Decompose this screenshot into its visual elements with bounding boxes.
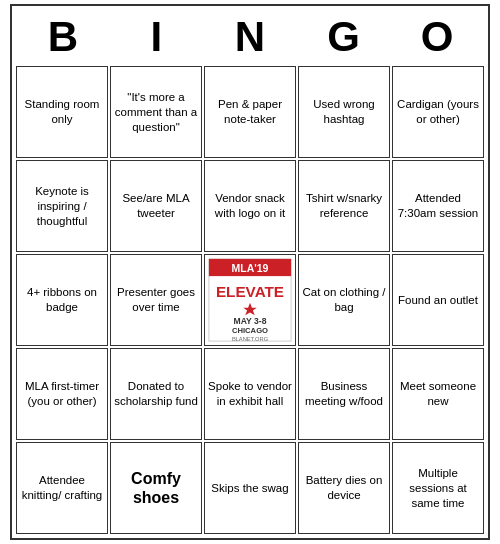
cell-text: Battery dies on device [302, 473, 386, 503]
free-space: MLA'19 ELEVATE MAY 3-8 CHICAGO BLANET.OR… [207, 257, 293, 343]
cell-text: Attended 7:30am session [396, 191, 480, 221]
cell-text: Standing room only [20, 97, 104, 127]
bingo-cell: "It's more a comment than a question" [110, 66, 202, 158]
cell-text: Cat on clothing / bag [302, 285, 386, 315]
cell-text: Comfy shoes [114, 469, 198, 507]
bingo-cell: Meet someone new [392, 348, 484, 440]
bingo-card: BINGO Standing room only"It's more a com… [10, 4, 490, 540]
cell-text: Donated to scholarship fund [114, 379, 198, 409]
header-letter: I [110, 10, 204, 64]
cell-text: Multiple sessions at same time [396, 466, 480, 511]
bingo-cell: Comfy shoes [110, 442, 202, 534]
bingo-cell: Business meeting w/food [298, 348, 390, 440]
cell-text: Pen & paper note-taker [208, 97, 292, 127]
svg-text:BLANET.ORG: BLANET.ORG [232, 336, 269, 342]
bingo-cell: MLA first-timer (you or other) [16, 348, 108, 440]
bingo-cell: Spoke to vendor in exhibit hall [204, 348, 296, 440]
cell-text: Used wrong hashtag [302, 97, 386, 127]
bingo-cell: Attendee knitting/ crafting [16, 442, 108, 534]
bingo-cell: MLA'19 ELEVATE MAY 3-8 CHICAGO BLANET.OR… [204, 254, 296, 346]
cell-text: Keynote is inspiring / thoughtful [20, 184, 104, 229]
cell-text: Cardigan (yours or other) [396, 97, 480, 127]
cell-text: "It's more a comment than a question" [114, 90, 198, 135]
cell-text: Business meeting w/food [302, 379, 386, 409]
cell-text: Meet someone new [396, 379, 480, 409]
bingo-cell: Attended 7:30am session [392, 160, 484, 252]
bingo-cell: Presenter goes over time [110, 254, 202, 346]
cell-text: 4+ ribbons on badge [20, 285, 104, 315]
bingo-cell: Found an outlet [392, 254, 484, 346]
bingo-cell: Cat on clothing / bag [298, 254, 390, 346]
cell-text: Spoke to vendor in exhibit hall [208, 379, 292, 409]
bingo-header: BINGO [16, 10, 484, 64]
bingo-grid: Standing room only"It's more a comment t… [16, 66, 484, 534]
svg-text:CHICAGO: CHICAGO [232, 327, 268, 336]
bingo-cell: Donated to scholarship fund [110, 348, 202, 440]
cell-text: Attendee knitting/ crafting [20, 473, 104, 503]
bingo-cell: Skips the swag [204, 442, 296, 534]
bingo-cell: Keynote is inspiring / thoughtful [16, 160, 108, 252]
bingo-cell: Standing room only [16, 66, 108, 158]
cell-text: Found an outlet [398, 293, 478, 308]
header-letter: G [297, 10, 391, 64]
svg-text:MLA'19: MLA'19 [232, 262, 269, 274]
header-letter: O [390, 10, 484, 64]
cell-text: Vendor snack with logo on it [208, 191, 292, 221]
bingo-cell: See/are MLA tweeter [110, 160, 202, 252]
cell-text: Tshirt w/snarky reference [302, 191, 386, 221]
bingo-cell: 4+ ribbons on badge [16, 254, 108, 346]
bingo-cell: Cardigan (yours or other) [392, 66, 484, 158]
svg-text:MAY 3-8: MAY 3-8 [234, 316, 267, 326]
header-letter: B [16, 10, 110, 64]
bingo-cell: Used wrong hashtag [298, 66, 390, 158]
bingo-cell: Multiple sessions at same time [392, 442, 484, 534]
cell-text: MLA first-timer (you or other) [20, 379, 104, 409]
svg-text:ELEVATE: ELEVATE [216, 283, 284, 300]
cell-text: Skips the swag [211, 481, 288, 496]
bingo-cell: Battery dies on device [298, 442, 390, 534]
cell-text: Presenter goes over time [114, 285, 198, 315]
bingo-cell: Vendor snack with logo on it [204, 160, 296, 252]
bingo-cell: Pen & paper note-taker [204, 66, 296, 158]
bingo-cell: Tshirt w/snarky reference [298, 160, 390, 252]
cell-text: See/are MLA tweeter [114, 191, 198, 221]
header-letter: N [203, 10, 297, 64]
